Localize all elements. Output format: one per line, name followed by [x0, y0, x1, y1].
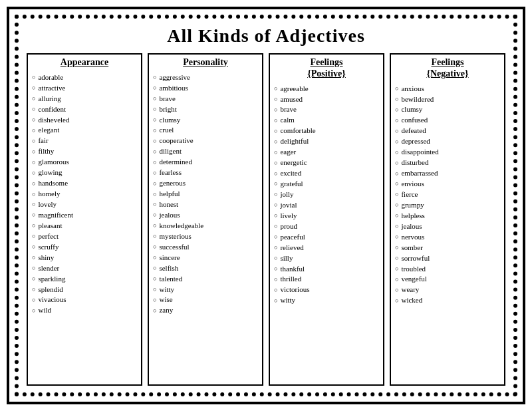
list-item: sorrowful — [395, 253, 500, 264]
list-item: glamorous — [32, 157, 137, 168]
list-item: envious — [395, 179, 500, 190]
list-item: adorable — [32, 72, 137, 83]
list-item: vengeful — [395, 274, 500, 285]
list-item: calm — [274, 115, 379, 126]
list-item: vivacious — [32, 295, 137, 305]
list-item: excited — [274, 168, 379, 179]
list-item: peaceful — [274, 232, 379, 243]
column-header-feelings-positive: Feelings{Positive} — [274, 57, 379, 80]
list-item: amused — [274, 94, 379, 105]
list-item: anxious — [395, 84, 500, 94]
list-item: disturbed — [395, 158, 500, 168]
list-item: alluring — [32, 94, 137, 104]
columns-container: Appearanceadorableattractivealluringconf… — [27, 53, 505, 386]
dot-border: All Kinds of Adjectives Appearanceadorab… — [15, 15, 517, 396]
list-item: attractive — [32, 83, 137, 94]
list-item: scruffy — [32, 242, 137, 253]
list-item: handsome — [32, 178, 137, 189]
page-title: All Kinds of Adjectives — [167, 25, 365, 47]
list-item: bright — [153, 104, 258, 115]
list-item: knowledgeable — [153, 221, 258, 231]
list-item: jolly — [274, 190, 379, 200]
list-item: silly — [274, 253, 379, 264]
list-item: disappointed — [395, 147, 500, 158]
list-item: agreeable — [274, 84, 379, 94]
list-item: somber — [395, 243, 500, 253]
list-item: troubled — [395, 264, 500, 275]
list-item: delightful — [274, 136, 379, 147]
column-feelings-positive: Feelings{Positive}agreeableamusedbraveca… — [269, 53, 384, 386]
list-item: mysterious — [153, 231, 258, 242]
list-item: filthy — [32, 146, 137, 157]
list-item: sincere — [153, 253, 258, 263]
list-item: clumsy — [395, 104, 500, 115]
column-header-personality: Personality — [153, 57, 258, 68]
list-item: perfect — [32, 231, 137, 242]
column-header-appearance: Appearance — [32, 57, 137, 68]
list-item: generous — [153, 178, 258, 189]
column-feelings-negative: Feelings{Negative}anxiousbewilderedclums… — [390, 53, 505, 386]
list-item: disheveled — [32, 115, 137, 126]
list-item: determined — [153, 157, 258, 168]
list-item: wicked — [395, 295, 500, 306]
list-item: glowing — [32, 168, 137, 178]
list-item: weary — [395, 285, 500, 295]
list-item: confused — [395, 115, 500, 126]
list-item: bewildered — [395, 94, 500, 105]
list-item: thankful — [274, 264, 379, 275]
list-item: fierce — [395, 190, 500, 200]
list-item: witty — [153, 285, 258, 295]
list-item: nervous — [395, 232, 500, 243]
list-item: grumpy — [395, 200, 500, 211]
list-item: eager — [274, 147, 379, 158]
list-item: jealous — [395, 221, 500, 232]
list-item: lovely — [32, 200, 137, 210]
list-item: splendid — [32, 285, 137, 295]
list-item: proud — [274, 221, 379, 232]
list-item: fearless — [153, 168, 258, 178]
list-item: thrilled — [274, 274, 379, 285]
list-item: shiny — [32, 253, 137, 263]
outer-container: All Kinds of Adjectives Appearanceadorab… — [7, 7, 525, 404]
list-item: cooperative — [153, 136, 258, 146]
list-item: successful — [153, 242, 258, 253]
list-item: brave — [274, 104, 379, 115]
list-item: brave — [153, 94, 258, 104]
column-header-feelings-negative: Feelings{Negative} — [395, 57, 500, 80]
list-item: cruel — [153, 125, 258, 136]
list-item: jealous — [153, 210, 258, 221]
list-item: slender — [32, 263, 137, 274]
list-item: comfortable — [274, 126, 379, 136]
column-personality: Personalityaggressiveambitiousbravebrigh… — [148, 53, 263, 386]
list-item: wise — [153, 295, 258, 305]
list-item: selfish — [153, 263, 258, 274]
list-item: defeated — [395, 126, 500, 136]
list-item: magnificent — [32, 210, 137, 221]
list-item: energetic — [274, 158, 379, 168]
list-item: ambitious — [153, 83, 258, 94]
column-appearance: Appearanceadorableattractivealluringconf… — [27, 53, 142, 386]
list-item: confident — [32, 104, 137, 115]
list-item: witty — [274, 295, 379, 306]
list-item: victorious — [274, 285, 379, 295]
list-item: grateful — [274, 179, 379, 190]
list-item: zany — [153, 305, 258, 316]
list-item: relieved — [274, 243, 379, 253]
list-item: jovial — [274, 200, 379, 211]
list-item: embarrassed — [395, 168, 500, 179]
list-item: clumsy — [153, 115, 258, 126]
list-item: fair — [32, 136, 137, 146]
list-item: honest — [153, 200, 258, 210]
list-item: sparkling — [32, 274, 137, 285]
list-item: homely — [32, 189, 137, 200]
list-item: aggressive — [153, 72, 258, 83]
list-item: helpful — [153, 189, 258, 200]
list-item: pleasant — [32, 221, 137, 231]
list-item: diligent — [153, 146, 258, 157]
list-item: depressed — [395, 136, 500, 147]
list-item: talented — [153, 274, 258, 285]
list-item: lively — [274, 211, 379, 221]
list-item: helpless — [395, 211, 500, 221]
list-item: elegant — [32, 125, 137, 136]
list-item: wild — [32, 305, 137, 316]
